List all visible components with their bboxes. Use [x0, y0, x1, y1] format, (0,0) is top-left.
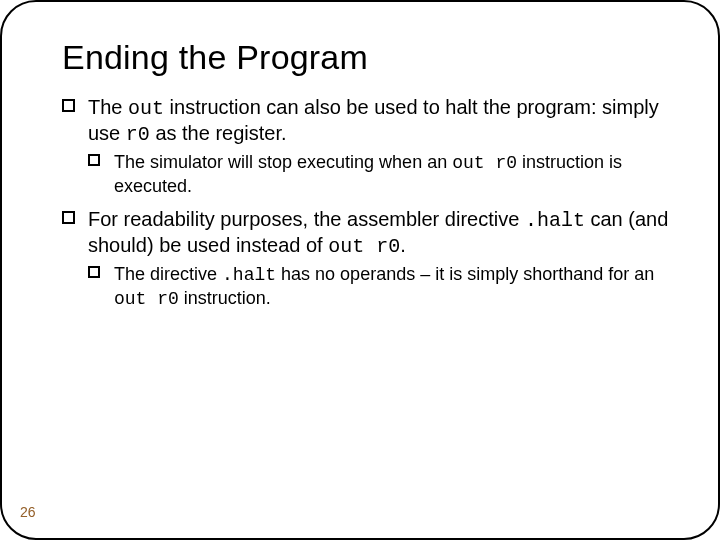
- slide: Ending the Program The out instruction c…: [0, 0, 720, 540]
- code-out: out: [128, 97, 164, 120]
- code-out-r0: out r0: [114, 289, 179, 309]
- code-out-r0: out r0: [328, 235, 400, 258]
- bullet-text: has no operands – it is simply shorthand…: [276, 264, 654, 284]
- bullet-square-icon: [62, 99, 75, 112]
- bullet-square-icon: [88, 266, 100, 278]
- code-halt: .halt: [222, 265, 276, 285]
- bullet-2a: The directive .halt has no operands – it…: [62, 263, 678, 310]
- bullet-square-icon: [62, 211, 75, 224]
- slide-body: The out instruction can also be used to …: [62, 95, 678, 310]
- bullet-text: For readability purposes, the assembler …: [88, 208, 525, 230]
- bullet-1a: The simulator will stop executing when a…: [62, 151, 678, 197]
- bullet-text: .: [400, 234, 406, 256]
- code-out-r0: out r0: [452, 153, 517, 173]
- slide-title: Ending the Program: [62, 38, 678, 77]
- bullet-text: The: [88, 96, 128, 118]
- code-halt: .halt: [525, 209, 585, 232]
- bullet-square-icon: [88, 154, 100, 166]
- bullet-text: instruction.: [179, 288, 271, 308]
- bullet-2: For readability purposes, the assembler …: [62, 207, 678, 259]
- code-r0: r0: [126, 123, 150, 146]
- bullet-text: The simulator will stop executing when a…: [114, 152, 452, 172]
- bullet-text: as the register.: [150, 122, 287, 144]
- bullet-text: The directive: [114, 264, 222, 284]
- page-number: 26: [20, 504, 36, 520]
- bullet-1: The out instruction can also be used to …: [62, 95, 678, 147]
